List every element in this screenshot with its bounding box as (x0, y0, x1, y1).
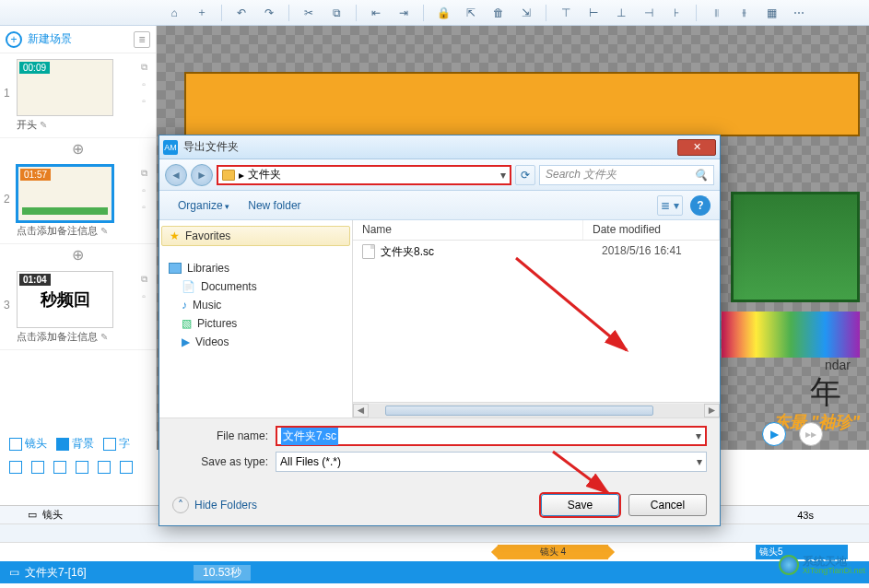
home-icon[interactable]: ⌂ (162, 3, 186, 23)
scroll-left-icon[interactable]: ◄ (353, 404, 369, 417)
refresh-button[interactable]: ⟳ (515, 165, 535, 185)
edit-icon[interactable]: ✎ (40, 120, 47, 130)
group-icon[interactable]: ▦ (759, 3, 783, 23)
file-list[interactable]: Name Date modified 文件夹8.sc 2018/5/16 16:… (353, 220, 720, 417)
dist-v-icon[interactable]: ⫵ (732, 3, 756, 23)
tree-libraries[interactable]: Libraries (161, 259, 350, 277)
copy-scene-icon[interactable]: ⧉ (137, 61, 150, 74)
address-bar[interactable]: ▸ 文件夹 ▾ (217, 165, 511, 185)
add-icon[interactable]: ＋ (190, 3, 214, 23)
dist-h-icon[interactable]: ⫴ (704, 3, 728, 23)
tree-videos[interactable]: ▶Videos (161, 333, 350, 351)
scene-thumbnail[interactable]: 01:04 秒频回 (17, 271, 113, 328)
top-toolbar: ⌂ ＋ ↶ ↷ ✂ ⧉ ⇤ ⇥ 🔒 ⇱ 🗑 ⇲ ⊤ ⊢ ⊥ ⊣ ⊦ ⫴ ⫵ ▦ … (0, 0, 869, 26)
savetype-select[interactable]: All Files (*.*) (276, 452, 707, 472)
undo-icon[interactable]: ↶ (229, 3, 253, 23)
opt-icon[interactable]: ▫ (137, 183, 150, 196)
export-icon[interactable]: ⇱ (459, 3, 483, 23)
timeline-footer: ▭文件夹7-[16] 10.53秒 (0, 561, 869, 583)
tool-icon[interactable] (120, 461, 133, 474)
opt-icon[interactable]: ▫ (137, 289, 150, 302)
trash-icon[interactable]: 🗑 (487, 3, 511, 23)
tree-music[interactable]: ♪Music (161, 296, 350, 314)
split-icon[interactable]: ⇤ (364, 3, 388, 23)
timeline-track[interactable]: 镜头 4 镜头5 (0, 543, 869, 561)
file-icon: ▭ (9, 566, 19, 579)
scene-item[interactable]: 1 00:09 开头✎ ⧉▫▫ (0, 53, 156, 138)
chevron-down-icon[interactable]: ▾ (696, 429, 701, 442)
opt2-icon[interactable]: ▫ (137, 94, 150, 107)
scene-thumbnail[interactable]: 01:57 (17, 165, 113, 222)
align-top-icon[interactable]: ⊤ (554, 3, 578, 23)
canvas-element[interactable] (184, 72, 860, 136)
copy-icon[interactable]: ⧉ (324, 3, 348, 23)
timeline-ruler[interactable] (0, 524, 869, 543)
savetype-value: All Files (*.*) (280, 455, 341, 468)
canvas-colorbar (722, 312, 860, 358)
align-center-icon[interactable]: ⊦ (664, 3, 688, 23)
dialog-nav: ◄ ► ▸ 文件夹 ▾ ⟳ Search 文件夹 🔍 (159, 159, 720, 191)
column-date[interactable]: Date modified (583, 220, 720, 240)
back-button[interactable]: ◄ (165, 164, 187, 186)
crop-icon[interactable]: ⇥ (392, 3, 416, 23)
align-middle-icon[interactable]: ⊢ (581, 3, 605, 23)
new-folder-button[interactable]: New folder (239, 196, 310, 215)
scene-item[interactable]: 3 01:04 秒频回 点击添加备注信息✎ ⧉▫ (0, 265, 156, 350)
new-scene-button[interactable]: + 新建场景 (6, 31, 134, 48)
folder-tree[interactable]: ★Favorites Libraries 📄Documents ♪Music ▧… (159, 220, 353, 417)
tool-camera[interactable]: 镜头 (9, 436, 47, 452)
align-bottom-icon[interactable]: ⊥ (609, 3, 633, 23)
chevron-down-icon[interactable]: ▾ (500, 169, 506, 182)
more-icon[interactable]: ⋯ (787, 3, 811, 23)
scroll-right-icon[interactable]: ► (704, 404, 720, 417)
file-name: 文件夹8.sc (381, 244, 602, 260)
pictures-icon: ▧ (182, 317, 192, 330)
forward-button[interactable]: ► (191, 164, 213, 186)
cancel-button[interactable]: Cancel (628, 494, 707, 516)
dialog-titlebar[interactable]: AM 导出文件夹 ✕ (159, 135, 720, 159)
tree-documents[interactable]: 📄Documents (161, 277, 350, 296)
help-button[interactable]: ? (690, 195, 710, 216)
play-button[interactable]: ▶ (762, 422, 786, 446)
tool-icon[interactable] (9, 461, 22, 474)
scene-thumbnail[interactable]: 00:09 (17, 59, 113, 116)
scene-item[interactable]: 2 01:57 点击添加备注信息✎ ⧉▫▫ (0, 159, 156, 244)
folder-icon (222, 170, 235, 181)
file-row[interactable]: 文件夹8.sc 2018/5/16 16:41 (353, 241, 720, 264)
tool-icon[interactable] (53, 461, 66, 474)
edit-icon[interactable]: ✎ (100, 332, 108, 342)
align-left-icon[interactable]: ⊣ (637, 3, 661, 23)
add-between-icon[interactable]: ⊕ (0, 138, 156, 159)
lock-icon[interactable]: 🔒 (431, 3, 455, 23)
hide-folders-button[interactable]: ˄ Hide Folders (172, 497, 257, 513)
view-mode-button[interactable]: ≣ ▾ (657, 195, 683, 216)
redo-icon[interactable]: ↷ (257, 3, 281, 23)
column-name[interactable]: Name (353, 220, 583, 240)
opt-icon[interactable]: ▫ (137, 77, 150, 90)
tree-pictures[interactable]: ▧Pictures (161, 314, 350, 333)
list-sort-icon[interactable]: ≡ (134, 31, 150, 48)
edit-icon[interactable]: ✎ (100, 226, 108, 236)
tree-favorites[interactable]: ★Favorites (161, 226, 350, 246)
tool-background[interactable]: 背景 (56, 436, 94, 452)
tool-icon[interactable] (31, 461, 44, 474)
next-frame-button[interactable]: ▸▸ (799, 422, 823, 446)
tool-text[interactable]: 字 (103, 436, 130, 452)
cut-icon[interactable]: ✂ (297, 3, 321, 23)
tool-icon[interactable] (98, 461, 111, 474)
import-icon[interactable]: ⇲ (514, 3, 538, 23)
save-button[interactable]: Save (541, 494, 619, 516)
globe-icon (779, 555, 799, 575)
filename-input[interactable]: 文件夹7.sc ▾ (276, 426, 707, 446)
add-between-icon[interactable]: ⊕ (0, 244, 156, 265)
copy-scene-icon[interactable]: ⧉ (137, 273, 150, 286)
timeline-clip[interactable]: 镜头 4 (498, 545, 608, 559)
opt2-icon[interactable]: ▫ (137, 200, 150, 213)
tool-icon[interactable] (76, 461, 88, 474)
scrollbar-thumb[interactable] (385, 406, 653, 416)
close-button[interactable]: ✕ (677, 139, 716, 156)
search-input[interactable]: Search 文件夹 🔍 (539, 165, 714, 185)
copy-scene-icon[interactable]: ⧉ (137, 167, 150, 180)
horizontal-scrollbar[interactable]: ◄ ► (353, 402, 720, 417)
organize-button[interactable]: Organize (169, 196, 239, 215)
